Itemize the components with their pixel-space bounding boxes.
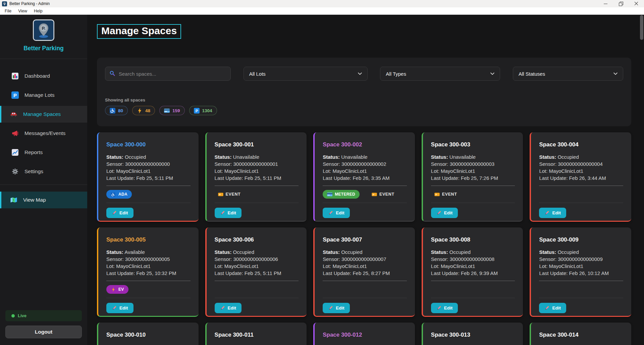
space-last-update: Last Update: Feb 26, 10:12 AM — [539, 270, 623, 277]
edit-button-label: Edit — [228, 210, 236, 215]
lot-filter-select[interactable]: All Lots — [244, 67, 368, 81]
sidebar-item-label: Settings — [24, 168, 43, 175]
space-card-title: Space 300-004 — [539, 141, 623, 148]
sidebar-item-messages-events[interactable]: Messages/Events — [0, 125, 87, 142]
sidebar-nav: DashboardPManage LotsManage SpacesMessag… — [0, 68, 87, 211]
pencil-icon — [436, 305, 441, 310]
space-sensor: Sensor: 3000000000000007 — [323, 256, 407, 263]
space-sensor: Sensor: 3000000000000002 — [323, 160, 407, 167]
space-lot: Lot: MayoClinicLot1 — [215, 167, 299, 175]
count-badge-credit-card: 159 — [159, 106, 185, 115]
edit-space-button[interactable]: Edit — [431, 208, 458, 218]
tag-label: ADA — [118, 192, 127, 197]
sidebar-item-reports[interactable]: Reports — [0, 144, 87, 161]
minimize-button[interactable] — [598, 0, 613, 7]
close-button[interactable] — [629, 0, 644, 7]
space-lot: Lot: MayoClinicLot1 — [106, 263, 191, 270]
space-card: Space 300-009Status: OccupiedSensor: 300… — [530, 227, 631, 317]
minimize-icon — [604, 4, 607, 4]
space-status: Status: Occupied — [323, 249, 407, 256]
space-card-details: Status: OccupiedSensor: 3000000000000006… — [215, 249, 299, 277]
edit-space-button[interactable]: Edit — [215, 303, 242, 313]
sidebar-item-settings[interactable]: Settings — [0, 163, 87, 180]
main-content: Manage Spaces All Lots All Types All Sta… — [87, 15, 644, 345]
edit-space-button[interactable]: Edit — [539, 208, 566, 218]
space-card: Space 300-012 — [313, 323, 415, 345]
chevron-down-icon — [490, 72, 494, 75]
space-lot: Lot: MayoClinicLot1 — [106, 167, 191, 175]
space-status: Status: Occupied — [539, 249, 623, 256]
menu-item-view[interactable]: View — [15, 8, 31, 14]
edit-space-button[interactable]: Edit — [431, 303, 458, 313]
card-divider — [323, 281, 407, 281]
edit-button-label: Edit — [552, 210, 561, 215]
card-divider — [323, 186, 407, 186]
line-chart-icon — [11, 149, 19, 156]
space-tags — [539, 190, 623, 199]
space-sensor: Sensor: 3000000000000006 — [215, 256, 299, 263]
space-card-details: Status: UnavailableSensor: 3000000000000… — [431, 153, 515, 182]
status-filter-value: All Statuses — [519, 71, 545, 77]
edit-button-label: Edit — [444, 305, 453, 310]
space-card-title: Space 300-012 — [323, 332, 407, 338]
space-card-details: Status: UnavailableSensor: 3000000000000… — [323, 153, 407, 182]
lot-filter-value: All Lots — [249, 71, 266, 77]
edit-space-button[interactable]: Edit — [106, 208, 133, 218]
space-card: Space 300-013 — [422, 323, 523, 345]
space-sensor: Sensor: 3000000000000005 — [106, 256, 191, 263]
map-icon — [10, 196, 17, 204]
space-card: Space 300-008Status: OccupiedSensor: 300… — [422, 227, 523, 317]
live-status-label: Live — [18, 313, 26, 318]
space-lot: Lot: MayoClinicLot1 — [323, 167, 407, 175]
space-last-update: Last Update: Feb 25, 5:11 PM — [106, 175, 191, 182]
status-filter-select[interactable]: All Statuses — [513, 67, 623, 81]
sidebar-item-view-map[interactable]: View Map — [0, 192, 87, 208]
space-card: Space 300-014 — [530, 323, 631, 345]
restore-button[interactable] — [613, 0, 629, 7]
menu-bar: FileViewHelp — [0, 7, 644, 15]
count-badge-wheelchair: 80 — [105, 106, 128, 115]
menu-item-help[interactable]: Help — [31, 8, 46, 14]
sidebar-item-dashboard[interactable]: Dashboard — [0, 68, 87, 84]
scrollbar-thumb[interactable] — [640, 15, 643, 40]
card-divider — [215, 186, 299, 186]
edit-space-button[interactable]: Edit — [215, 208, 242, 218]
space-tags: ADA — [106, 190, 191, 199]
edit-space-button[interactable]: Edit — [323, 208, 350, 218]
space-sensor: Sensor: 3000000000000008 — [431, 256, 515, 263]
brand-name: Better Parking — [0, 45, 87, 52]
edit-space-button[interactable]: Edit — [323, 303, 350, 313]
sidebar-item-label: Dashboard — [24, 73, 50, 79]
pencil-icon — [220, 210, 225, 215]
ticket-icon — [372, 192, 377, 197]
space-last-update: Last Update: Feb 26, 3:44 AM — [539, 175, 623, 182]
space-last-update: Last Update: Feb 25, 10:32 PM — [106, 270, 191, 277]
sidebar-item-manage-lots[interactable]: PManage Lots — [0, 87, 87, 104]
count-value: 159 — [172, 108, 180, 113]
space-tags: EVENT — [431, 190, 515, 199]
space-last-update: Last Update: Feb 26, 3:35 AM — [323, 175, 407, 182]
type-filter-select[interactable]: All Types — [380, 67, 500, 81]
space-card-title: Space 300-006 — [215, 236, 299, 243]
edit-space-button[interactable]: Edit — [106, 303, 133, 313]
logout-button[interactable]: Logout — [5, 326, 82, 338]
bolt-icon — [137, 108, 143, 114]
space-status: Status: Unavailable — [323, 153, 407, 160]
space-tags: EVENT — [215, 190, 299, 199]
space-last-update: Last Update: Feb 25, 5:11 PM — [215, 270, 299, 277]
search-input[interactable] — [105, 67, 231, 81]
sidebar-item-manage-spaces[interactable]: Manage Spaces — [0, 106, 87, 123]
menu-item-file[interactable]: File — [1, 8, 15, 14]
card-divider — [106, 203, 191, 203]
tag-event: EVENT — [368, 192, 394, 197]
space-card: Space 300-005Status: AvailableSensor: 30… — [97, 227, 199, 317]
space-card-title: Space 300-014 — [539, 332, 623, 338]
svg-text:P.: P. — [42, 26, 46, 31]
edit-space-button[interactable]: Edit — [539, 303, 566, 313]
space-card-title: Space 300-001 — [215, 141, 299, 148]
space-card-details: Status: OccupiedSensor: 3000000000000007… — [323, 249, 407, 277]
sidebar-item-label: Messages/Events — [24, 130, 65, 136]
space-card: Space 300-002Status: UnavailableSensor: … — [313, 132, 415, 222]
vertical-scrollbar[interactable] — [640, 15, 643, 345]
space-sensor: Sensor: 3000000000000001 — [215, 160, 299, 167]
